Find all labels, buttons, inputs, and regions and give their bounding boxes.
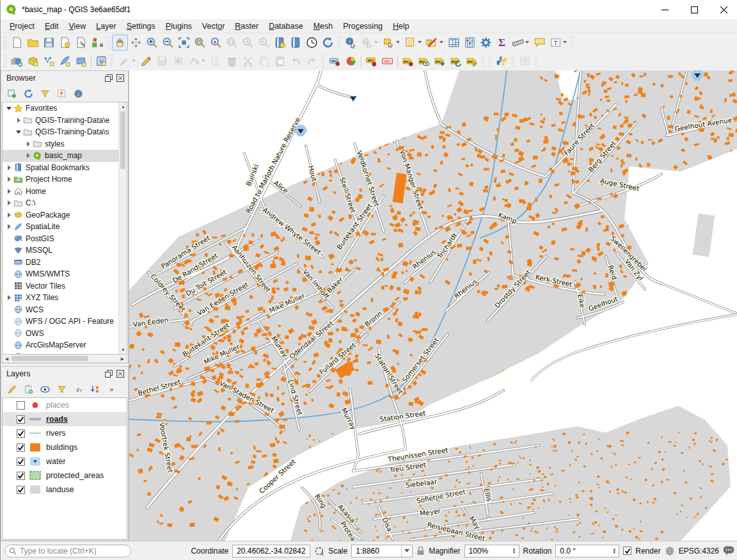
rotation-spinbox[interactable]: 0.0 ° ▲▼ xyxy=(555,545,619,557)
map-tips-button[interactable] xyxy=(532,35,548,51)
statistical-summary-button[interactable]: Σ xyxy=(494,35,510,51)
menu-vector[interactable]: Vector xyxy=(197,20,230,32)
filter-legend-button[interactable] xyxy=(54,382,69,396)
dropdown-caret-icon[interactable] xyxy=(374,41,378,44)
add-group-button[interactable] xyxy=(20,382,36,396)
browser-item-spatial-bookmarks[interactable]: Spatial Bookmarks xyxy=(3,162,118,174)
text-annotation-button[interactable]: T xyxy=(548,35,564,51)
expander-icon[interactable] xyxy=(15,118,22,123)
render-checkbox[interactable] xyxy=(623,547,631,555)
undo-button[interactable] xyxy=(288,53,304,69)
layer-row-landuse[interactable]: landuse xyxy=(3,483,127,497)
new-spatial-bookmark-button[interactable] xyxy=(272,35,288,51)
pin-labels-button[interactable]: abc xyxy=(400,53,416,69)
zoom-to-selection-button[interactable] xyxy=(192,35,208,51)
open-project-button[interactable] xyxy=(25,35,41,51)
refresh-map-button[interactable] xyxy=(320,35,336,51)
layers-close-button[interactable] xyxy=(115,369,125,379)
zoom-in-button[interactable] xyxy=(144,35,160,51)
dropdown-caret-icon[interactable] xyxy=(563,41,567,44)
toolbar-grip[interactable] xyxy=(3,36,8,50)
dropdown-caret-icon[interactable] xyxy=(132,60,136,62)
zoom-out-button[interactable] xyxy=(160,35,176,51)
expander-icon[interactable] xyxy=(5,177,13,182)
browser-item-spatialite[interactable]: SpatiaLite xyxy=(3,221,118,233)
zoom-full-extent-button[interactable] xyxy=(176,35,192,51)
new-shapefile-layer-button[interactable]: V xyxy=(41,53,57,69)
move-label-button[interactable]: abc xyxy=(432,53,448,69)
collapse-all-button[interactable] xyxy=(54,86,69,100)
menu-view[interactable]: View xyxy=(63,20,91,32)
menu-processing[interactable]: Processing xyxy=(338,20,388,32)
layer-visibility-checkbox[interactable] xyxy=(17,429,25,438)
layer-row-rivers[interactable]: rivers xyxy=(3,426,127,440)
run-feature-action-button[interactable] xyxy=(359,35,375,51)
map-canvas[interactable]: Road to Marloth Nature ReserveBuirskiAli… xyxy=(129,70,737,541)
browser-item-db2[interactable]: DB2DB2 xyxy=(3,257,118,269)
browser-item-xyz-tiles[interactable]: XYZ Tiles xyxy=(3,292,118,304)
layer-row-places[interactable]: places xyxy=(3,398,127,412)
menu-help[interactable]: Help xyxy=(388,20,415,32)
menu-settings[interactable]: Settings xyxy=(122,20,161,32)
expander-icon[interactable] xyxy=(5,165,13,170)
refresh-browser-button[interactable] xyxy=(20,86,36,100)
new-from-template-button[interactable] xyxy=(57,35,73,51)
browser-float-button[interactable] xyxy=(104,73,114,83)
browser-item-arcgisfeatureserver[interactable]: ArcGisFeatureServer xyxy=(3,351,118,355)
layer-row-water[interactable]: water xyxy=(3,454,127,468)
expand-collapse-all-button[interactable] xyxy=(87,382,102,396)
processing-toolbox-button[interactable] xyxy=(478,35,494,51)
current-edits-button[interactable] xyxy=(116,53,132,69)
browser-horizontal-scrollbar[interactable]: ◀▶ xyxy=(2,355,127,363)
labeling-options-button[interactable]: abc xyxy=(363,53,379,69)
toggle-extents-icon[interactable] xyxy=(314,546,324,556)
expander-icon[interactable] xyxy=(5,107,13,110)
layer-visibility-checkbox[interactable] xyxy=(17,401,25,410)
browser-item-vector-tiles[interactable]: Vector Tiles xyxy=(3,280,118,292)
minimize-button[interactable] xyxy=(650,0,679,19)
browser-item-wms-wmts[interactable]: WMS/WMTS xyxy=(3,268,118,280)
save-edits-button[interactable] xyxy=(154,53,170,69)
cut-features-button[interactable] xyxy=(240,53,256,69)
toolbar-grip[interactable] xyxy=(3,54,8,68)
browser-item-wfs-ogc-api-feature[interactable]: WFS / OGC API - Feature xyxy=(3,316,118,328)
browser-item-postgis[interactable]: PostGIS xyxy=(3,233,118,245)
layer-row-protected_areas[interactable]: protected_areas xyxy=(3,468,127,483)
browser-item-favorites[interactable]: Favorites xyxy=(3,102,118,115)
toolbar-grip[interactable] xyxy=(511,54,516,68)
zoom-to-layer-button[interactable] xyxy=(208,35,224,51)
dropdown-caret-icon[interactable] xyxy=(202,60,205,62)
scale-combo[interactable]: 1:8860 xyxy=(351,545,413,557)
menu-plugins[interactable]: Plugins xyxy=(161,20,197,32)
menu-layer[interactable]: Layer xyxy=(91,20,121,32)
add-selected-layers-button[interactable] xyxy=(4,86,19,100)
field-calculator-button[interactable] xyxy=(462,35,478,51)
save-project-button[interactable] xyxy=(41,35,57,51)
menu-project[interactable]: Project xyxy=(4,20,40,32)
messages-icon[interactable] xyxy=(723,546,734,556)
filter-browser-button[interactable] xyxy=(37,86,52,100)
dropdown-caret-icon[interactable] xyxy=(418,41,422,44)
plugin-placeholder-button[interactable]: ? xyxy=(517,53,533,69)
pan-to-selection-button[interactable] xyxy=(128,35,144,51)
toolbar-grip[interactable] xyxy=(571,36,575,50)
browser-item-mssql[interactable]: MSSQL xyxy=(3,244,118,257)
measure-line-button[interactable] xyxy=(510,35,526,51)
deselect-features-button[interactable] xyxy=(424,35,440,51)
lock-scale-icon[interactable] xyxy=(416,546,425,556)
change-label-button[interactable]: abc xyxy=(464,53,480,69)
toggle-editing-button[interactable] xyxy=(138,53,154,69)
identify-features-button[interactable]: i xyxy=(343,35,359,51)
redo-button[interactable] xyxy=(304,53,320,69)
paste-features-button[interactable] xyxy=(272,53,288,69)
locate-search-input[interactable]: Type to locate (Ctrl+K) xyxy=(4,545,131,557)
zoom-native-button[interactable]: 1:1 xyxy=(224,35,240,51)
expander-icon[interactable] xyxy=(24,153,32,158)
browser-vertical-scrollbar[interactable]: ▲▼ xyxy=(118,102,127,354)
layer-visibility-checkbox[interactable] xyxy=(17,415,25,424)
dropdown-caret-icon[interactable] xyxy=(396,41,400,44)
properties-widget-button[interactable]: i xyxy=(70,86,86,100)
layer-row-roads[interactable]: roads xyxy=(3,412,127,426)
toolbar-grip[interactable] xyxy=(481,54,486,68)
maximize-button[interactable] xyxy=(679,0,709,19)
